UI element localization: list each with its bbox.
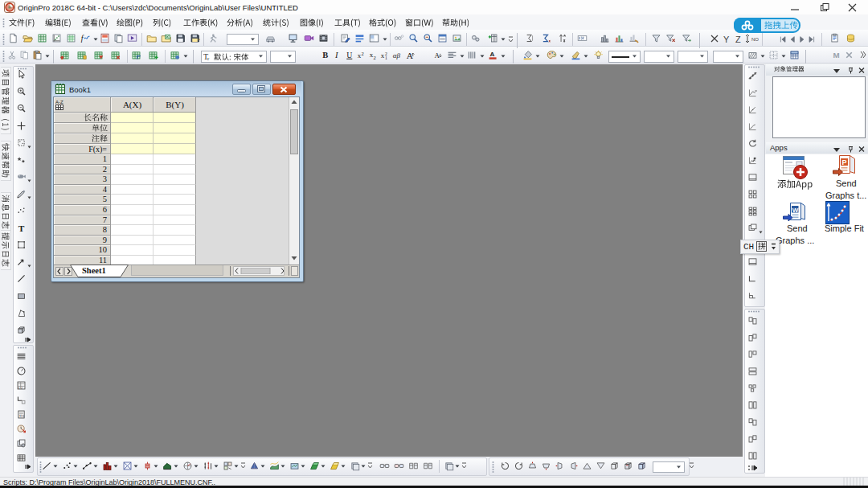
svg-text:A: A [489, 51, 494, 58]
svg-text:f: f [81, 34, 84, 43]
svg-text:123: 123 [19, 415, 24, 418]
svg-text:A-Z: A-Z [55, 100, 63, 105]
svg-text:A: A [407, 51, 414, 60]
svg-text:2: 2 [362, 51, 364, 56]
svg-text:I: I [334, 51, 338, 59]
svg-text:T: T [18, 223, 25, 233]
svg-text:Z: Z [735, 35, 741, 44]
svg-text:αβ: αβ [393, 51, 401, 59]
svg-text:P: P [842, 158, 847, 166]
svg-text:W: W [792, 207, 799, 214]
svg-text:x: x [381, 51, 385, 59]
svg-text:B: B [322, 51, 328, 59]
svg-text:U: U [346, 51, 352, 59]
svg-text:NONE: NONE [751, 37, 759, 42]
svg-text:2: 2 [374, 55, 376, 60]
svg-text:Y: Y [723, 35, 730, 44]
svg-text:A: A [434, 51, 440, 59]
svg-text:M: M [833, 51, 839, 59]
svg-text:r: r [207, 55, 210, 61]
svg-text:1 2: 1 2 [18, 386, 23, 390]
svg-text:1: 1 [385, 55, 387, 60]
